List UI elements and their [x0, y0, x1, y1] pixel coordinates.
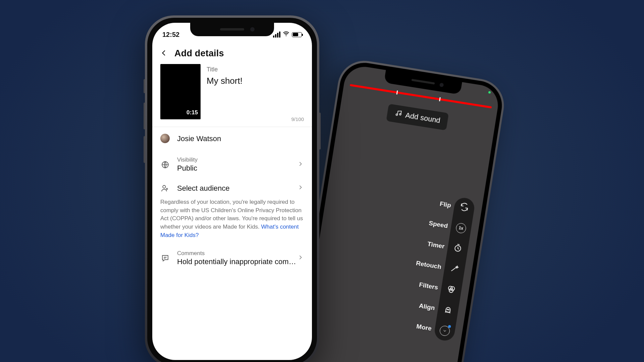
chevron-right-icon: [298, 185, 303, 191]
retouch-button[interactable]: Retouch: [444, 263, 465, 276]
globe-icon: [160, 160, 170, 169]
title-value: My short!: [207, 76, 304, 86]
avatar: [160, 134, 170, 143]
svg-point-7: [448, 309, 449, 310]
visibility-row[interactable]: Visibility Public: [152, 150, 312, 179]
status-time: 12:52: [162, 31, 179, 39]
audience-label: Select audience: [177, 184, 304, 193]
add-sound-label: Add sound: [405, 111, 441, 125]
screen-title: Add details: [174, 48, 224, 59]
phone-frame: Add sound Flip Speed 1x Timer: [288, 57, 507, 362]
timer-icon: [453, 243, 463, 254]
audience-row[interactable]: Select audience: [152, 179, 312, 197]
wifi-icon: [283, 31, 289, 39]
comments-label: Comments: [177, 250, 304, 257]
retouch-label: Retouch: [416, 259, 442, 271]
record-screen: Add sound Flip Speed 1x Timer: [296, 64, 501, 362]
legal-notice: Regardless of your location, you're lega…: [152, 197, 312, 243]
flip-icon: [459, 202, 469, 214]
visibility-label: Visibility: [177, 157, 304, 163]
details-screen: 12:52 Add details: [152, 23, 312, 360]
char-counter: 9/100: [291, 116, 304, 122]
svg-point-8: [286, 35, 286, 36]
chevron-right-icon: [298, 255, 303, 261]
cellular-icon: [273, 32, 280, 38]
more-label: More: [416, 323, 432, 333]
audience-icon: [160, 183, 170, 193]
add-sound-button[interactable]: Add sound: [386, 104, 449, 131]
speed-icon: 1x: [455, 223, 467, 234]
align-button[interactable]: Align: [437, 304, 459, 317]
comments-row[interactable]: Comments Hold potentially inappropriate …: [152, 243, 312, 273]
music-note-icon: [394, 109, 403, 119]
speed-button[interactable]: Speed 1x: [450, 222, 472, 235]
user-row: Josie Watson: [152, 127, 312, 150]
more-button[interactable]: More: [434, 324, 455, 337]
filters-button[interactable]: Filters: [440, 283, 462, 296]
title-row: 0:15 Title My short! 9/100: [152, 64, 312, 127]
title-field[interactable]: Title My short!: [207, 64, 304, 119]
notification-dot-icon: [448, 325, 451, 328]
camera-active-indicator: [488, 91, 491, 94]
title-label: Title: [207, 66, 304, 73]
flip-button[interactable]: Flip: [453, 201, 475, 214]
notch: [190, 23, 274, 36]
timer-button[interactable]: Timer: [447, 242, 469, 255]
visibility-value: Public: [177, 164, 304, 173]
video-thumbnail[interactable]: 0:15: [160, 64, 201, 119]
back-button[interactable]: [160, 49, 168, 58]
user-name: Josie Watson: [177, 134, 304, 143]
svg-point-6: [447, 309, 448, 310]
filters-icon: [446, 284, 456, 296]
nav-bar: Add details: [152, 45, 312, 64]
chevron-right-icon: [298, 161, 303, 168]
ghost-icon: [443, 305, 453, 316]
speed-label: Speed: [428, 220, 448, 230]
record-phone: Add sound Flip Speed 1x Timer: [288, 57, 507, 362]
filters-label: Filters: [419, 281, 439, 291]
tool-rail: Flip Speed 1x Timer: [433, 196, 476, 342]
svg-point-1: [399, 113, 401, 115]
timer-label: Timer: [427, 240, 445, 250]
comments-value: Hold potentially inappropriate com…: [177, 257, 304, 266]
phone-frame: 12:52 Add details: [145, 15, 319, 362]
video-duration: 0:15: [186, 109, 198, 116]
segment-marker-icon: [439, 97, 441, 101]
details-phone: 12:52 Add details: [145, 15, 319, 362]
comment-icon: [160, 253, 170, 263]
svg-point-10: [163, 185, 165, 188]
align-label: Align: [419, 302, 435, 312]
svg-point-0: [396, 114, 397, 115]
magic-wand-icon: [449, 263, 460, 275]
segment-marker-icon: [396, 90, 398, 95]
battery-icon: [292, 32, 302, 37]
flip-label: Flip: [439, 200, 452, 209]
